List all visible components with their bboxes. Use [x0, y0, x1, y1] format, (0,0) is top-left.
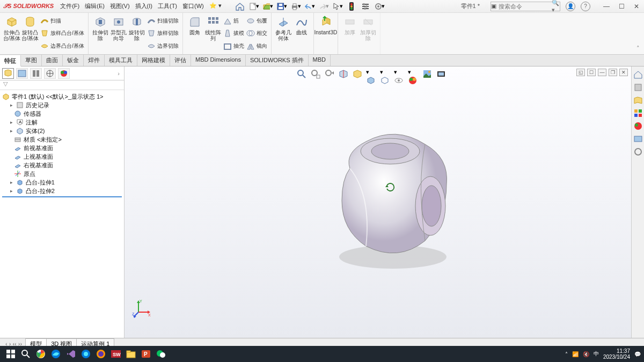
edge2-icon[interactable]: [78, 348, 93, 360]
scene-icon[interactable]: [422, 69, 433, 79]
open-icon[interactable]: ▾: [262, 2, 273, 11]
tree-root[interactable]: 零件1 (默认) <<默认>_显示状态 1>: [12, 93, 104, 101]
explorer-icon[interactable]: [123, 348, 138, 360]
doc-close[interactable]: ✕: [619, 69, 628, 76]
feature-manager-tab[interactable]: [2, 68, 14, 79]
menu-edit[interactable]: 编辑(E): [83, 1, 107, 11]
extrude-cut-button[interactable]: 拉伸切除: [91, 14, 109, 53]
tab-addins[interactable]: SOLIDWORKS 插件: [246, 55, 309, 66]
minimize-button[interactable]: —: [599, 3, 614, 10]
taskpane-explorer-icon[interactable]: [633, 108, 643, 118]
tab-surface[interactable]: 曲面: [42, 55, 63, 66]
appearance-icon[interactable]: ▾: [408, 69, 419, 79]
tree-item-sensors[interactable]: 传感器: [24, 110, 41, 118]
search-box[interactable]: ▣ 🔍▾: [491, 2, 560, 11]
tree-item-extrude1[interactable]: 凸台-拉伸1: [26, 179, 55, 187]
tab-sheetmetal[interactable]: 钣金: [63, 55, 84, 66]
search-button[interactable]: [18, 348, 33, 360]
notifications-icon[interactable]: 💬: [634, 351, 641, 357]
tree-filter[interactable]: ▽: [0, 80, 124, 90]
zoom-area-icon[interactable]: [310, 69, 321, 79]
chrome-icon[interactable]: [33, 348, 48, 360]
tray-up-icon[interactable]: ˄: [565, 351, 568, 357]
menu-tools[interactable]: 工具(T): [156, 1, 179, 11]
revolve-cut-button[interactable]: 旋转切除: [128, 14, 146, 53]
extrude-boss-button[interactable]: 拉伸凸台/基体: [3, 14, 21, 53]
help-icon[interactable]: ?: [581, 2, 590, 11]
linear-pattern-button[interactable]: 线性阵列: [204, 14, 222, 53]
settings-icon[interactable]: ▾: [374, 2, 385, 11]
taskpane-resources-icon[interactable]: [633, 83, 643, 92]
tree-item-annotations[interactable]: 注解: [26, 119, 38, 127]
tab-evaluate[interactable]: 评估: [170, 55, 191, 66]
sweep-cut-button[interactable]: 扫描切除: [146, 16, 180, 26]
taskpane-custom-icon[interactable]: [633, 147, 643, 157]
tree-item-solids[interactable]: 实体(2): [26, 127, 45, 135]
dynamic-highlight-icon[interactable]: [352, 69, 363, 79]
panel-expand[interactable]: ›: [115, 70, 122, 77]
tray-volume-icon[interactable]: 🔇: [583, 351, 589, 357]
boundary-cut-button[interactable]: 边界切除: [146, 41, 180, 51]
expand-icon[interactable]: ▸: [9, 128, 14, 134]
menu-more[interactable]: ⭐ ▾: [207, 1, 224, 11]
wrap-button[interactable]: 包覆: [245, 16, 268, 26]
zoom-fit-icon[interactable]: [296, 69, 307, 79]
taskbar-clock[interactable]: 11:37 2023/10/24: [603, 348, 630, 360]
instant3d-button[interactable]: Instant3D: [317, 14, 335, 53]
loft-button[interactable]: 放样凸台/基体: [39, 28, 85, 39]
options-icon[interactable]: [360, 2, 371, 11]
hide-show-icon[interactable]: ▾: [394, 69, 405, 79]
new-icon[interactable]: ▾: [248, 2, 259, 11]
dimxpert-tab[interactable]: [44, 68, 56, 79]
draft-button[interactable]: 拔模: [222, 28, 245, 39]
boundary-button[interactable]: 边界凸台/基体: [39, 41, 85, 51]
doc-min[interactable]: —: [598, 69, 606, 76]
tree-item-extrude2[interactable]: 凸台-拉伸2: [26, 187, 55, 195]
tab-moldtools[interactable]: 模具工具: [105, 55, 137, 66]
tab-features[interactable]: 特征: [0, 55, 21, 67]
doc-max[interactable]: ☐: [587, 69, 596, 76]
tab-sketch[interactable]: 草图: [21, 55, 42, 66]
search-input[interactable]: [496, 3, 550, 10]
wechat-icon[interactable]: [153, 348, 169, 360]
tab-mbd-dim[interactable]: MBD Dimensions: [191, 55, 246, 66]
config-manager-tab[interactable]: [30, 68, 42, 79]
user-icon[interactable]: 👤: [566, 2, 575, 11]
print-icon[interactable]: ▾: [290, 2, 301, 11]
menu-insert[interactable]: 插入(I): [133, 1, 155, 11]
taskpane-home-icon[interactable]: [633, 70, 643, 79]
orientation-triad[interactable]: Y X Z: [132, 297, 153, 319]
revolve-boss-button[interactable]: 旋转凸台/基体: [21, 14, 39, 53]
tree-item-front-plane[interactable]: 前视基准面: [24, 144, 53, 152]
firefox-icon[interactable]: [93, 348, 108, 360]
sweep-button[interactable]: 扫描: [39, 16, 85, 26]
tray-wifi-icon[interactable]: 📶: [572, 351, 579, 357]
section-view-icon[interactable]: [338, 69, 349, 79]
edge-icon[interactable]: [48, 348, 63, 360]
curves-button[interactable]: 曲线: [292, 14, 311, 53]
display-style-icon[interactable]: ▾: [380, 69, 391, 79]
doc-restore2[interactable]: ❐: [609, 69, 617, 76]
graphics-viewport[interactable]: ▾ ▾ ▾ ▾ ◱ ☐ — ❐ ✕: [125, 67, 631, 338]
view-orientation-icon[interactable]: ▾: [366, 69, 377, 79]
close-button[interactable]: ✕: [629, 3, 644, 10]
start-button[interactable]: [3, 348, 18, 360]
intersect-button[interactable]: 相交: [245, 28, 268, 39]
maximize-button[interactable]: ☐: [614, 3, 629, 10]
tray-ime[interactable]: 中: [594, 350, 599, 358]
powerpoint-icon[interactable]: P: [138, 348, 153, 360]
rib-button[interactable]: 筋: [222, 16, 245, 26]
ref-geom-button[interactable]: 参考几何体: [274, 14, 292, 53]
render-icon[interactable]: [436, 69, 447, 79]
expand-icon[interactable]: ▸: [9, 180, 14, 185]
taskpane-appearances-icon[interactable]: [633, 134, 643, 144]
fillet-button[interactable]: 圆角: [186, 14, 204, 53]
redo-icon[interactable]: ▾: [318, 2, 329, 11]
menu-file[interactable]: 文件(F): [58, 1, 82, 11]
tree-item-origin[interactable]: 原点: [24, 170, 35, 178]
tab-weldments[interactable]: 焊件: [84, 55, 105, 66]
expand-icon[interactable]: ▸: [9, 102, 14, 108]
menu-window[interactable]: 窗口(W): [180, 1, 206, 11]
shell-button[interactable]: 抽壳: [222, 41, 245, 51]
undo-icon[interactable]: ▾: [304, 2, 315, 11]
